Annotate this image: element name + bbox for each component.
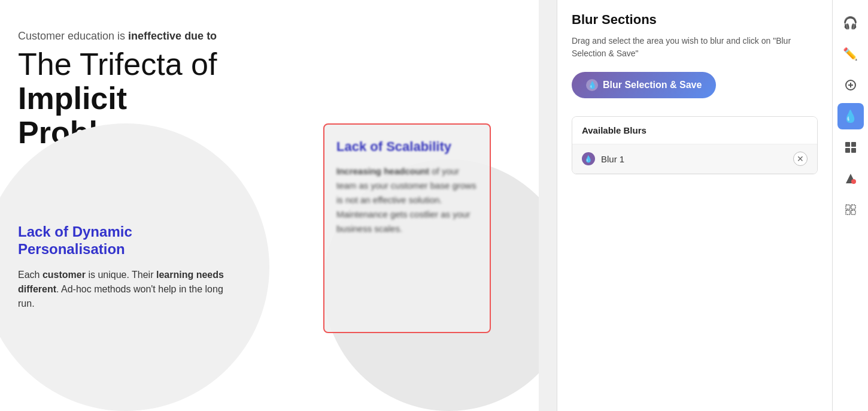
toolbar-users-button[interactable] (837, 134, 864, 161)
svg-rect-9 (851, 205, 855, 209)
subtitle-bold: ineffective due to (128, 30, 217, 42)
blur-item-left: 💧 Blur 1 (582, 152, 624, 165)
toolbar-blur-button[interactable]: 💧 (837, 103, 864, 129)
left-text-middle: is unique. Their (86, 270, 156, 280)
toolbar-pen-button[interactable]: ✏️ (837, 41, 864, 67)
toolbar-grid-button[interactable] (837, 197, 864, 223)
left-card: Lack of Dynamic Personalisation Each cus… (0, 123, 269, 411)
toolbar-zoom-button[interactable] (837, 72, 864, 98)
right-card-title: Lack of Scalability (336, 139, 478, 155)
left-card-text: Each customer is unique. Their learning … (18, 268, 233, 311)
available-blurs-section: Available Blurs 💧 Blur 1 ✕ (572, 116, 818, 174)
svg-rect-10 (846, 210, 850, 214)
right-section: Lack of Scalability Increasing headcount… (299, 99, 539, 411)
left-text-plain1: Each (18, 270, 43, 280)
blur-item-icon: 💧 (582, 152, 595, 165)
svg-rect-5 (845, 148, 850, 153)
canvas-area: Customer education is ineffective due to… (0, 0, 557, 411)
headline-light: The Trifecta of (18, 47, 217, 81)
right-bold: Increasing headcount (336, 166, 429, 176)
svg-rect-4 (851, 142, 856, 147)
sidebar-toolbar: 🎧 ✏️ 💧 (832, 0, 868, 411)
right-card-text: Increasing headcount of your team as you… (336, 164, 478, 236)
blur-save-button[interactable]: 💧 Blur Selection & Save (572, 72, 716, 98)
blur-save-label: Blur Selection & Save (603, 80, 702, 90)
toolbar-headphones-button[interactable]: 🎧 (837, 10, 864, 36)
blur-box: Lack of Scalability Increasing headcount… (323, 123, 491, 333)
headline-subtitle: Customer education is ineffective due to (18, 30, 269, 43)
toolbar-fill-button[interactable] (837, 165, 864, 192)
svg-rect-8 (846, 205, 850, 209)
left-text-bold1: customer (43, 270, 86, 280)
svg-rect-3 (845, 142, 850, 147)
blur-item-label: Blur 1 (601, 154, 624, 164)
subtitle-plain: Customer education is (18, 30, 128, 42)
svg-point-7 (851, 179, 856, 184)
left-card-title: Lack of Dynamic Personalisation (18, 223, 233, 258)
panel-description: Drag and select the area you wish to blu… (572, 35, 818, 60)
slide: Customer education is ineffective due to… (0, 0, 539, 411)
right-panel: Blur Sections Drag and select the area y… (557, 0, 832, 411)
available-blurs-header: Available Blurs (572, 117, 817, 144)
blur-list-item: 💧 Blur 1 ✕ (572, 144, 817, 174)
blur-item-remove-button[interactable]: ✕ (793, 152, 808, 166)
svg-rect-6 (851, 148, 856, 153)
svg-rect-11 (851, 210, 855, 214)
blur-save-icon: 💧 (586, 79, 598, 91)
panel-title: Blur Sections (572, 12, 818, 28)
